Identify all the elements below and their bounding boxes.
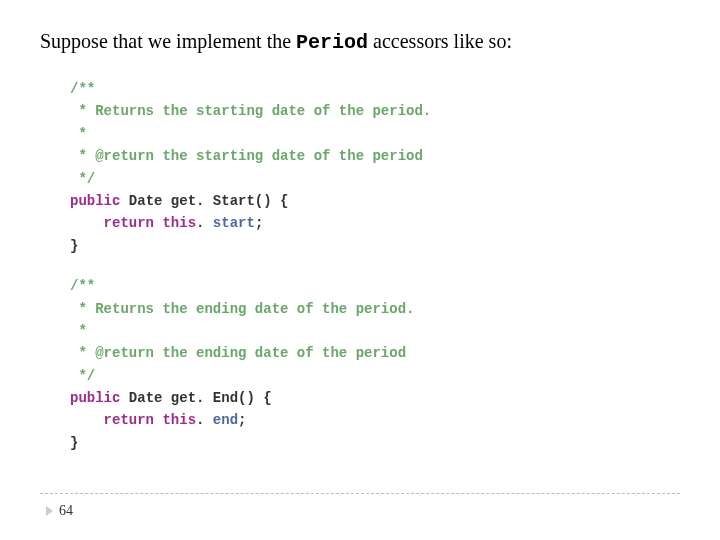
semicolon: ;: [238, 412, 246, 428]
return-line: return this. end;: [70, 409, 680, 431]
semicolon: ;: [255, 215, 263, 231]
type-date: Date: [129, 193, 163, 209]
field-end: end: [213, 412, 238, 428]
keyword-this: this: [162, 412, 196, 428]
keyword-public: public: [70, 193, 120, 209]
type-date: Date: [129, 390, 163, 406]
keyword-public: public: [70, 390, 120, 406]
comment-line: * @return the starting date of the perio…: [70, 145, 680, 167]
method-signature: public Date get. End() {: [70, 387, 680, 409]
keyword-return: return: [104, 215, 154, 231]
triangle-icon: [46, 506, 53, 516]
comment-line: * @return the ending date of the period: [70, 342, 680, 364]
comment-line: /**: [70, 275, 680, 297]
close-brace: }: [70, 235, 680, 257]
method-name: get. End() {: [171, 390, 272, 406]
code-block-getstart: /** * Returns the starting date of the p…: [70, 78, 680, 257]
slide-heading: Suppose that we implement the Period acc…: [40, 30, 680, 54]
return-line: return this. start;: [70, 212, 680, 234]
page-number: 64: [59, 503, 73, 519]
dot: .: [196, 412, 213, 428]
comment-line: * Returns the starting date of the perio…: [70, 100, 680, 122]
keyword-this: this: [162, 215, 196, 231]
heading-pre: Suppose that we implement the: [40, 30, 296, 52]
comment-line: *: [70, 123, 680, 145]
close-brace: }: [70, 432, 680, 454]
keyword-return: return: [104, 412, 154, 428]
comment-line: */: [70, 168, 680, 190]
slide-footer: 64: [0, 493, 720, 520]
heading-post: accessors like so:: [368, 30, 512, 52]
dot: .: [196, 215, 213, 231]
comment-line: /**: [70, 78, 680, 100]
comment-line: */: [70, 365, 680, 387]
page-number-container: 64: [46, 503, 73, 519]
method-signature: public Date get. Start() {: [70, 190, 680, 212]
method-name: get. Start() {: [171, 193, 289, 209]
heading-mono: Period: [296, 31, 368, 54]
code-block-getend: /** * Returns the ending date of the per…: [70, 275, 680, 454]
comment-line: * Returns the ending date of the period.: [70, 298, 680, 320]
comment-line: *: [70, 320, 680, 342]
divider-line: [40, 493, 680, 494]
field-start: start: [213, 215, 255, 231]
